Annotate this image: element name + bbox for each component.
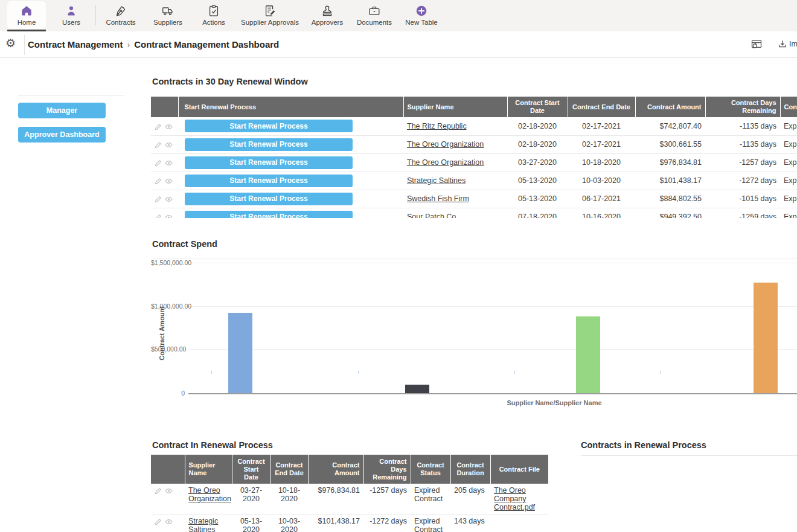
cell-action: Start Renewal Process [178,190,403,208]
cell-days-remaining: -1272 days [705,171,780,190]
header-start-date[interactable]: Contract Start Date [507,97,568,117]
edit-pencil-icon[interactable] [155,518,162,525]
header-start-date[interactable]: Contract Start Date [232,455,270,484]
cell-action: Start Renewal Process [178,153,403,171]
renewal-process-section: Contracts in Renewal Process [581,438,797,456]
row-action-icons [155,213,174,218]
cell-end-date: 10-18-2020 [270,484,308,514]
header-status[interactable]: Contract Status [780,97,797,117]
supplier-link[interactable]: The Oreo Organization [407,158,484,167]
start-renewal-process-button[interactable]: Start Renewal Process [185,175,353,187]
supplier-link[interactable]: The Ritz Republic [407,122,467,130]
y-tick-label: $500,000.00 [151,345,185,353]
edit-pencil-icon[interactable] [155,487,162,495]
tab-label: Actions [202,19,225,26]
view-eye-icon[interactable] [165,518,173,525]
import-button[interactable]: Import [778,39,797,49]
cell-end-date: 02-17-2021 [568,135,635,153]
header-file[interactable]: Contract File [490,455,548,484]
bar-series-0 [228,313,252,393]
manager-button[interactable]: Manager [18,103,106,118]
cell-start-date: 05-13-2020 [232,514,270,532]
cell-status: Expired Contract [780,190,797,208]
start-renewal-process-button[interactable]: Start Renewal Process [185,120,353,132]
cell-icons [151,190,178,208]
view-eye-icon[interactable] [165,159,173,167]
header-end-date[interactable]: Contract End Date [568,97,635,117]
view-eye-icon[interactable] [165,214,173,218]
cell-status: Expired Contract [780,208,797,218]
header-days-remaining[interactable]: Contract Days Remaining [363,455,411,484]
cell-supplier: The Ritz Republic [403,117,507,135]
cell-amount: $101,438.17 [308,514,363,532]
edit-pencil-icon[interactable] [155,141,162,149]
header-amount[interactable]: Contract Amount [635,97,705,117]
tab-new-table[interactable]: New Table [402,1,441,29]
chart-title: Contract Spend [152,239,217,249]
approver-dashboard-button[interactable]: Approver Dashboard [18,127,106,143]
edit-pencil-icon[interactable] [155,178,162,185]
view-eye-icon[interactable] [165,178,173,185]
edit-pencil-icon[interactable] [155,196,162,203]
supplier-link[interactable]: The Oreo Organization [407,140,484,149]
start-renewal-process-button[interactable]: Start Renewal Process [185,138,353,151]
supplier-link[interactable]: Sour Patch Co [407,213,456,218]
header-duration[interactable]: Contract Duration [450,455,490,484]
table-row: Start Renewal ProcessSwedish Fish Firm05… [151,190,797,208]
tab-label: Approvers [312,19,343,26]
tab-suppliers[interactable]: Suppliers [147,1,189,29]
supplier-link[interactable]: Strategic Saltines [407,176,466,185]
row-action-icons [155,176,174,185]
import-icon [778,39,787,49]
table-row: Start Renewal ProcessThe Oreo Organizati… [151,153,797,171]
view-eye-icon[interactable] [165,487,173,495]
tab-actions[interactable]: Actions [195,1,232,29]
contract-file-link[interactable]: The Oreo Company Contract.pdf [494,486,535,511]
header-amount[interactable]: Contract Amount [308,455,363,484]
header-end-date[interactable]: Contract End Date [270,455,308,484]
tab-approvers[interactable]: Approvers [307,1,347,29]
table-row: Start Renewal ProcessThe Oreo Organizati… [151,135,797,153]
view-eye-icon[interactable] [165,196,173,203]
cell-icons [151,171,178,190]
x-tick [660,371,661,374]
row-action-icons [155,140,174,149]
start-renewal-process-button[interactable]: Start Renewal Process [185,211,353,219]
supplier-link[interactable]: The Oreo Organization [188,486,231,503]
tab-home[interactable]: Home [7,1,46,29]
tab-supplier-approvals[interactable]: Supplier Approvals [238,1,301,29]
header-status[interactable]: Contract Status [411,455,450,484]
y-tick-label: $1,500,000.00 [151,259,185,266]
sidebar-divider [18,95,124,95]
bar-series-1 [405,385,429,393]
tab-documents[interactable]: Documents [353,1,395,29]
view-eye-icon[interactable] [165,123,173,130]
header-supplier[interactable]: Supplier Name [185,455,232,484]
divider [581,455,797,456]
breadcrumb-app[interactable]: Contract Management [28,39,123,50]
cell-start-date: 07-18-2020 [507,208,568,218]
header-action[interactable]: Start Renewal Process [178,97,403,117]
tab-label: Home [18,19,36,26]
home-icon [20,4,33,18]
report-search-icon[interactable] [751,38,763,50]
cell-days-remaining: -1135 days [705,117,780,135]
cell-days-remaining: -1272 days [363,514,411,532]
supplier-link[interactable]: Strategic Saltines [188,517,218,532]
gear-icon[interactable]: ⚙ [5,37,16,49]
cell-amount: $949,392.50 [635,208,705,218]
cell-end-date: 10-16-2020 [568,208,635,218]
view-eye-icon[interactable] [165,141,173,149]
tab-contracts[interactable]: Contracts [101,1,141,29]
edit-pencil-icon[interactable] [155,214,162,218]
edit-pencil-icon[interactable] [155,123,162,130]
start-renewal-process-button[interactable]: Start Renewal Process [185,156,353,169]
header-supplier[interactable]: Supplier Name [403,97,507,117]
header-days-remaining[interactable]: Contract Days Remaining [705,97,780,117]
edit-pencil-icon[interactable] [155,159,162,167]
supplier-link[interactable]: Swedish Fish Firm [407,194,469,203]
y-axis-title: Contract Amount [158,294,165,373]
start-renewal-process-button[interactable]: Start Renewal Process [185,193,353,205]
x-axis-line [188,393,797,394]
tab-users[interactable]: Users [52,1,91,29]
